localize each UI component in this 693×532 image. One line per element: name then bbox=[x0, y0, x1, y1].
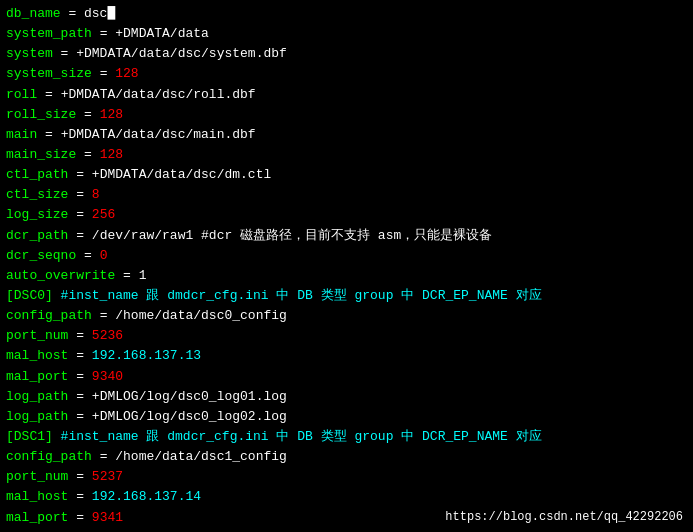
terminal-line: mal_host = 192.168.137.13 bbox=[6, 346, 687, 366]
url-watermark: https://blog.csdn.net/qq_42292206 bbox=[445, 510, 683, 524]
terminal-line: system_path = +DMDATA/data bbox=[6, 24, 687, 44]
terminal-line: log_path = +DMLOG/log/dsc0_log01.log bbox=[6, 387, 687, 407]
terminal-line: system = +DMDATA/data/dsc/system.dbf bbox=[6, 44, 687, 64]
terminal-line: main_size = 128 bbox=[6, 145, 687, 165]
terminal-line: port_num = 5237 bbox=[6, 467, 687, 487]
terminal-line: roll = +DMDATA/data/dsc/roll.dbf bbox=[6, 85, 687, 105]
terminal-line: log_path = +DMLOG/log/dsc0_log02.log bbox=[6, 407, 687, 427]
terminal-line: [DSC0] #inst_name 跟 dmdcr_cfg.ini 中 DB 类… bbox=[6, 286, 687, 306]
terminal-line: ctl_size = 8 bbox=[6, 185, 687, 205]
terminal-line: db_name = dsc█ bbox=[6, 4, 687, 24]
terminal-line: [DSC1] #inst_name 跟 dmdcr_cfg.ini 中 DB 类… bbox=[6, 427, 687, 447]
terminal-line: ctl_path = +DMDATA/data/dsc/dm.ctl bbox=[6, 165, 687, 185]
terminal-line: port_num = 5236 bbox=[6, 326, 687, 346]
terminal-line: mal_host = 192.168.137.14 bbox=[6, 487, 687, 507]
terminal-line: roll_size = 128 bbox=[6, 105, 687, 125]
terminal-line: log_path = +DMLOG/log/dsc1_log01.log bbox=[6, 528, 687, 532]
terminal-line: system_size = 128 bbox=[6, 64, 687, 84]
terminal-line: dcr_seqno = 0 bbox=[6, 246, 687, 266]
terminal-line: main = +DMDATA/data/dsc/main.dbf bbox=[6, 125, 687, 145]
terminal-line: log_size = 256 bbox=[6, 205, 687, 225]
terminal: db_name = dsc█system_path = +DMDATA/data… bbox=[0, 0, 693, 532]
terminal-line: mal_port = 9340 bbox=[6, 367, 687, 387]
terminal-line: dcr_path = /dev/raw/raw1 #dcr 磁盘路径，目前不支持… bbox=[6, 226, 687, 246]
terminal-line: config_path = /home/data/dsc1_config bbox=[6, 447, 687, 467]
terminal-line: auto_overwrite = 1 bbox=[6, 266, 687, 286]
terminal-line: config_path = /home/data/dsc0_config bbox=[6, 306, 687, 326]
